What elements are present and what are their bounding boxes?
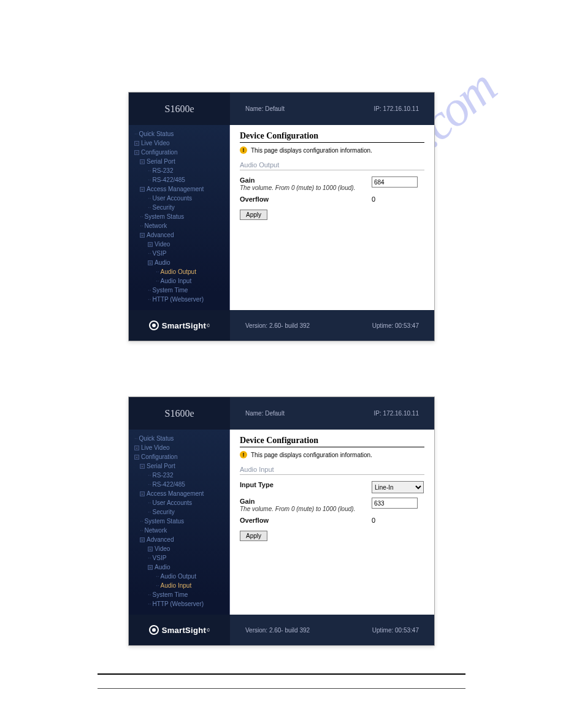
nav-item-vsip[interactable]: ··VSIP [148,553,226,563]
nav-item-configuration[interactable]: -Configuration [134,148,226,157]
info-icon [240,146,247,154]
nav-item-live-video[interactable]: -Live Video [134,443,226,452]
nav-label: RS-232 [153,472,174,479]
nav-item-rs-232[interactable]: ··RS-232 [148,471,226,480]
nav-label: Advanced [147,232,174,238]
nav-label: Video [155,545,170,552]
nav-label: RS-422/485 [153,481,185,488]
nav-item-rs-422-485[interactable]: ··RS-422/485 [148,175,226,184]
nav-item-network[interactable]: ··Network [140,221,226,230]
nav-sidebar: ··Quick Status-Live Video-Configuration-… [129,430,230,615]
nav-item-serial-port[interactable]: -Serial Port [140,157,226,166]
gain-input[interactable] [372,498,418,509]
nav-label: Security [153,204,175,211]
input-type-select[interactable]: Line-In [372,481,424,493]
tree-bullet-icon: ·· [148,481,151,488]
nav-item-access-management[interactable]: -Access Management [140,489,226,498]
field-row: GainThe volume. From 0 (mute) to 1000 (l… [240,498,424,512]
nav-item-security[interactable]: ··Security [148,203,226,212]
version: Version: 2.60- build 392 [245,322,310,329]
nav-item-system-time[interactable]: ··System Time [148,590,226,599]
tree-collapse-icon[interactable]: - [148,565,153,570]
nav-item-video[interactable]: -Video [148,240,226,249]
device-ip: IP: 172.16.10.11 [374,105,419,112]
apply-button[interactable]: Apply [240,531,267,541]
nav-item-vsip[interactable]: ··VSIP [148,249,226,258]
tree-bullet-icon: ·· [156,573,159,580]
tree-collapse-icon[interactable]: - [140,537,145,542]
nav-label: Video [155,241,170,248]
screenshot-panel: S1600eName: DefaultIP: 172.16.10.11··Qui… [128,92,435,341]
uptime: Uptime: 00:53:47 [372,322,419,329]
page-divider [98,673,465,689]
tree-collapse-icon[interactable]: - [140,233,145,238]
field-row: Input TypeLine-In [240,481,424,493]
nav-item-http-webserver-[interactable]: ··HTTP (Webserver) [148,295,226,304]
nav-item-security[interactable]: ··Security [148,507,226,517]
tree-collapse-icon[interactable]: - [134,150,139,155]
content-pane: Device ConfigurationThis page displays c… [230,125,434,310]
field-label: GainThe volume. From 0 (mute) to 1000 (l… [240,498,372,512]
nav-item-audio-output[interactable]: ··Audio Output [156,572,226,581]
page-title: Device Configuration [240,436,424,447]
nav-item-user-accounts[interactable]: ··User Accounts [148,498,226,507]
nav-item-network[interactable]: ··Network [140,526,226,535]
nav-item-system-status[interactable]: ··System Status [140,517,226,526]
nav-label: RS-422/485 [153,176,185,183]
nav-item-access-management[interactable]: -Access Management [140,184,226,194]
nav-item-audio[interactable]: -Audio [148,563,226,572]
nav-item-audio-input[interactable]: ··Audio Input [156,276,226,286]
nav-label: Audio Input [161,278,192,284]
tree-collapse-icon[interactable]: - [140,464,145,469]
screenshot-panel: S1600eName: DefaultIP: 172.16.10.11··Qui… [128,396,435,646]
tree-collapse-icon[interactable]: - [148,547,153,552]
field-label: Overflow [240,195,372,203]
tree-collapse-icon[interactable]: - [148,260,153,265]
nav-item-serial-port[interactable]: -Serial Port [140,461,226,471]
gain-input[interactable] [372,176,418,188]
section-heading: Audio Input [240,466,424,475]
tree-collapse-icon[interactable]: - [134,141,139,146]
field-label: GainThe volume. From 0 (mute) to 1000 (l… [240,176,372,191]
nav-item-configuration[interactable]: -Configuration [134,452,226,461]
tree-collapse-icon[interactable]: - [134,455,139,460]
nav-item-system-time[interactable]: ··System Time [148,286,226,295]
tree-bullet-icon: ·· [148,555,151,561]
nav-label: Serial Port [147,158,175,165]
footer-brand: SmartSight© [129,310,230,341]
nav-item-audio[interactable]: -Audio [148,258,226,267]
nav-item-quick-status[interactable]: ··Quick Status [134,129,226,138]
info-banner: This page displays configuration informa… [240,451,424,458]
brand-text: SmartSight [162,321,206,330]
nav-item-advanced[interactable]: -Advanced [140,535,226,544]
tree-collapse-icon[interactable]: - [140,491,145,496]
nav-item-system-status[interactable]: ··System Status [140,212,226,221]
apply-button[interactable]: Apply [240,210,267,220]
info-icon [240,451,247,458]
content-pane: Device ConfigurationThis page displays c… [230,430,434,615]
nav-item-advanced[interactable]: -Advanced [140,230,226,240]
nav-item-video[interactable]: -Video [148,544,226,553]
tree-collapse-icon[interactable]: - [140,187,145,192]
device-model: S1600e [129,397,230,430]
nav-item-http-webserver-[interactable]: ··HTTP (Webserver) [148,599,226,609]
page-title: Device Configuration [240,131,424,143]
panel-footer: SmartSight©Version: 2.60- build 392Uptim… [129,310,434,341]
device-ip: IP: 172.16.10.11 [374,410,419,417]
tree-collapse-icon[interactable]: - [148,242,153,247]
tree-collapse-icon[interactable]: - [134,446,139,450]
nav-item-user-accounts[interactable]: ··User Accounts [148,194,226,203]
nav-label: Audio [155,259,170,266]
brand-text: SmartSight [162,626,206,635]
panel-footer: SmartSight©Version: 2.60- build 392Uptim… [129,615,434,645]
tree-bullet-icon: ·· [156,268,159,275]
nav-item-audio-output[interactable]: ··Audio Output [156,267,226,276]
nav-item-rs-422-485[interactable]: ··RS-422/485 [148,480,226,489]
nav-item-rs-232[interactable]: ··RS-232 [148,166,226,175]
nav-item-live-video[interactable]: -Live Video [134,138,226,148]
nav-item-quick-status[interactable]: ··Quick Status [134,434,226,443]
nav-label: HTTP (Webserver) [153,296,204,303]
tree-collapse-icon[interactable]: - [140,159,145,164]
tree-bullet-icon: ·· [148,499,151,506]
nav-item-audio-input[interactable]: ··Audio Input [156,581,226,590]
